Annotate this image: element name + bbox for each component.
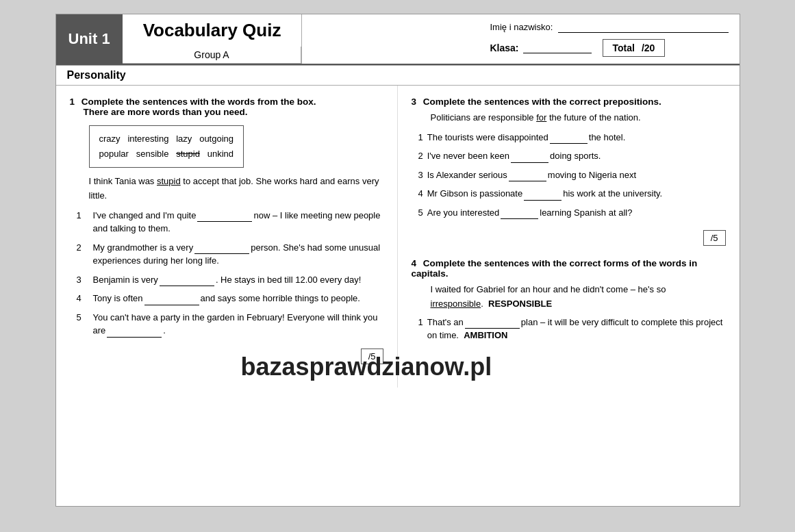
example-underline-stupid: stupid xyxy=(157,176,181,186)
klasa-line: Klasa: xyxy=(490,42,592,53)
p3-text: Is Alexander seriousmoving to Nigeria ne… xyxy=(427,168,636,182)
word-stupid: stupid xyxy=(176,149,200,159)
q4-instruction: Complete the sentences with the correct … xyxy=(412,258,698,279)
sq5-blank xyxy=(107,328,162,338)
q1-sub-2: 2 My grandmother is a veryperson. She's … xyxy=(77,241,383,268)
c1-num: 1 xyxy=(418,316,423,329)
sq5-num: 5 xyxy=(77,311,88,338)
main-content: 1 Complete the sentences with the words … xyxy=(56,86,740,388)
q3-instruction: Complete the sentences with the correct … xyxy=(423,97,661,107)
q1-score: /5 xyxy=(361,349,383,364)
q1-subquestions: 1 I've changed and I'm quitenow – I like… xyxy=(77,209,383,338)
sq2-num: 2 xyxy=(77,241,88,268)
sq3-blank xyxy=(160,277,214,286)
klasa-underline xyxy=(523,42,592,53)
q1-instruction2: There are more words than you need. xyxy=(84,107,248,117)
p1-num: 1 xyxy=(418,131,423,144)
word-box: crazy interesting lazy outgoing popular … xyxy=(89,125,244,168)
q4-sub-1: 1 That's anplan – it will be very diffic… xyxy=(418,316,726,342)
p4-text: Mr Gibson is passionatehis work at the u… xyxy=(427,187,662,201)
c1-blank xyxy=(465,319,520,329)
p3-num: 3 xyxy=(418,168,423,182)
p5-num: 5 xyxy=(418,206,423,220)
question-1-header: 1 Complete the sentences with the words … xyxy=(70,97,383,117)
question-1-block: 1 Complete the sentences with the words … xyxy=(70,97,383,364)
sq1-text: I've changed and I'm quitenow – I like m… xyxy=(93,209,383,236)
q3-sub-4: 4 Mr Gibson is passionatehis work at the… xyxy=(418,187,726,201)
q4-example-capital: RESPONSIBLE xyxy=(488,299,552,309)
q3-subquestions: 1 The tourists were disappointedthe hote… xyxy=(418,131,726,220)
q1-example: I think Tania was stupid to accept that … xyxy=(89,175,383,203)
page-header: Unit 1 Vocabulary Quiz Group A Imię i na… xyxy=(56,14,740,65)
total-score: /20 xyxy=(642,42,655,53)
q3-num: 3 xyxy=(412,97,417,107)
p4-num: 4 xyxy=(418,187,423,201)
q1-sub-1: 1 I've changed and I'm quitenow – I like… xyxy=(77,209,383,236)
left-column: 1 Complete the sentences with the words … xyxy=(56,86,398,388)
sq4-text: Tony is oftenand says some horrible thin… xyxy=(93,292,360,305)
p5-blank xyxy=(501,210,538,219)
header-right: Imię i nazwisko: Klasa: Total /20 xyxy=(479,14,740,64)
sq4-blank xyxy=(144,296,199,305)
q1-num: 1 xyxy=(70,97,75,107)
name-underline xyxy=(558,22,728,33)
q1-instruction: Complete the sentences with the words fr… xyxy=(81,97,316,107)
q3-sub-5: 5 Are you interestedlearning Spanish at … xyxy=(418,206,726,220)
klasa-total: Klasa: Total /20 xyxy=(490,39,729,57)
q4-example-underline: irresponsible xyxy=(431,299,481,309)
q1-sub-5: 5 You can't have a party in the garden i… xyxy=(77,311,383,338)
q3-sub-3: 3 Is Alexander seriousmoving to Nigeria … xyxy=(418,168,726,182)
name-label: Imię i nazwisko: xyxy=(490,22,553,32)
klasa-label: Klasa: xyxy=(490,42,519,53)
q3-sub-2: 2 I've never been keendoing sports. xyxy=(418,149,726,163)
sq3-text: Benjamin is very. He stays in bed till 1… xyxy=(93,273,362,287)
p1-blank xyxy=(550,134,588,144)
q4-num: 4 xyxy=(412,258,417,268)
word-row-2: popular sensible stupid unkind xyxy=(99,149,234,159)
section-title: Personality xyxy=(56,65,740,86)
p5-text: Are you interestedlearning Spanish at al… xyxy=(427,206,633,220)
q3-score: /5 xyxy=(703,230,726,246)
p1-text: The tourists were disappointedthe hotel. xyxy=(427,131,626,144)
q3-sub-1: 1 The tourists were disappointedthe hote… xyxy=(418,131,726,144)
q3-example: Politicians are responsible for the futu… xyxy=(431,111,726,125)
sq2-blank xyxy=(194,244,249,254)
p2-blank xyxy=(511,153,548,163)
sq1-blank xyxy=(197,212,252,222)
p2-num: 2 xyxy=(418,149,423,163)
sq3-num: 3 xyxy=(77,273,88,287)
p3-blank xyxy=(509,172,546,181)
q1-score-container: /5 xyxy=(70,343,383,364)
group-label: Group A xyxy=(123,47,302,64)
right-column: 3 Complete the sentences with the correc… xyxy=(398,86,740,388)
total-label: Total xyxy=(613,42,635,53)
sq4-num: 4 xyxy=(77,292,88,305)
q4-subquestions: 1 That's anplan – it will be very diffic… xyxy=(418,316,726,342)
sq2-text: My grandmother is a veryperson. She's ha… xyxy=(93,241,383,268)
q4-example: I waited for Gabriel for an hour and he … xyxy=(431,283,726,312)
p4-blank xyxy=(524,191,561,201)
p2-text: I've never been keendoing sports. xyxy=(427,149,601,163)
c1-text: That's anplan – it will be very difficul… xyxy=(427,316,726,342)
question-4-header: 4 Complete the sentences with the correc… xyxy=(412,258,726,279)
q1-sub-3: 3 Benjamin is very. He stays in bed till… xyxy=(77,273,383,287)
question-3-block: 3 Complete the sentences with the correc… xyxy=(412,97,726,246)
q3-score-container: /5 xyxy=(412,225,726,246)
vocab-title: Vocabulary Quiz xyxy=(123,14,302,47)
sq5-text: You can't have a party in the garden in … xyxy=(93,311,383,338)
c1-capital: AMBITION xyxy=(464,330,507,340)
q1-sub-4: 4 Tony is oftenand says some horrible th… xyxy=(77,292,383,305)
word-1: crazy interesting lazy outgoing xyxy=(99,134,234,144)
name-line: Imię i nazwisko: xyxy=(490,22,729,33)
q3-example-underline: for xyxy=(536,112,546,123)
unit-label: Unit 1 xyxy=(56,14,123,64)
question-4-block: 4 Complete the sentences with the correc… xyxy=(412,258,726,342)
sq1-num: 1 xyxy=(77,209,88,236)
question-3-header: 3 Complete the sentences with the correc… xyxy=(412,97,726,107)
total-box: Total /20 xyxy=(603,39,666,57)
